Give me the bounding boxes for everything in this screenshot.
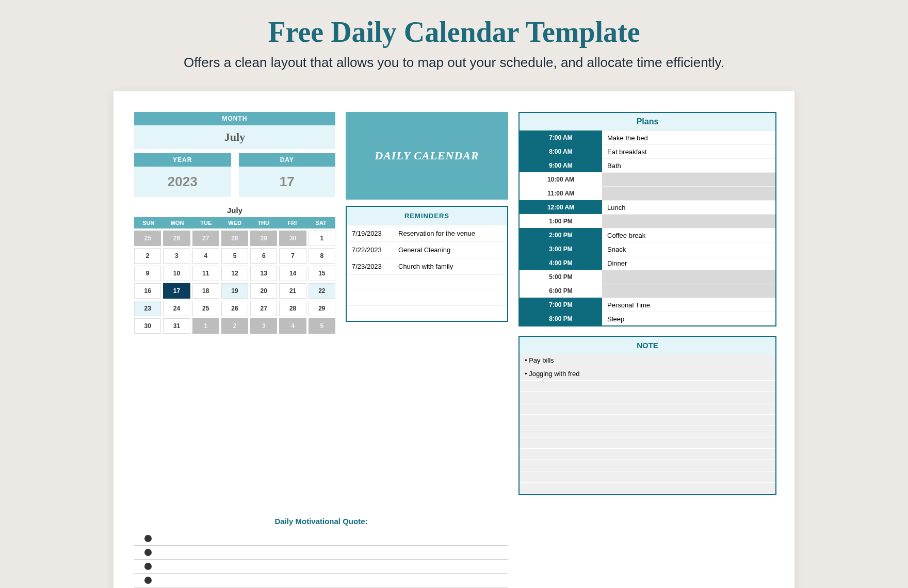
plans-heading: Plans — [520, 113, 775, 130]
quote-line[interactable] — [134, 532, 508, 546]
date-cell[interactable]: 2 — [134, 248, 161, 264]
day-value[interactable]: 17 — [239, 167, 336, 197]
date-cell[interactable]: 22 — [309, 283, 335, 299]
date-cell[interactable]: 26 — [163, 231, 190, 246]
plan-task: Lunch — [602, 200, 775, 214]
date-cell[interactable]: 11 — [192, 266, 219, 281]
template-document: MONTH July YEAR 2023 DAY 17 July SUNMONT… — [113, 91, 794, 588]
date-cell[interactable]: 26 — [221, 301, 248, 316]
reminder-empty-row[interactable] — [347, 274, 507, 290]
plan-task: Dinner — [602, 256, 775, 270]
bullet-icon — [144, 577, 152, 584]
plan-time: 3:00 PM — [520, 242, 602, 256]
date-cell[interactable]: 15 — [309, 266, 335, 281]
note-empty-line[interactable] — [520, 483, 775, 494]
note-empty-line[interactable] — [520, 381, 775, 392]
date-cell[interactable]: 29 — [309, 301, 335, 316]
quote-line[interactable] — [134, 546, 508, 560]
date-cell[interactable]: 12 — [221, 266, 248, 281]
plan-row[interactable]: 1:00 PM — [520, 214, 775, 228]
date-cell[interactable]: 9 — [134, 266, 161, 281]
note-item[interactable]: • Jogging with fred — [520, 367, 775, 381]
reminder-row[interactable]: 7/22/2023General Cleaning — [347, 241, 507, 258]
date-cell[interactable]: 20 — [250, 283, 277, 299]
date-cell[interactable]: 23 — [134, 301, 161, 316]
date-cell[interactable]: 18 — [192, 283, 219, 299]
plan-row[interactable]: 2:00 PMCoffee break — [520, 228, 775, 242]
dow-cell: WED — [220, 217, 249, 228]
date-cell[interactable]: 14 — [279, 266, 306, 281]
plan-row[interactable]: 8:00 AMEat breakfast — [520, 144, 775, 158]
reminder-empty-row[interactable] — [347, 290, 507, 305]
plan-time: 7:00 PM — [520, 298, 602, 312]
note-empty-line[interactable] — [520, 449, 775, 460]
date-cell[interactable]: 5 — [309, 318, 335, 334]
plan-row[interactable]: 6:00 PM — [520, 284, 775, 298]
date-cell[interactable]: 28 — [221, 231, 248, 246]
date-cell[interactable]: 5 — [221, 248, 248, 264]
plan-row[interactable]: 7:00 PMPersonal Time — [520, 298, 775, 312]
date-cell[interactable]: 24 — [163, 301, 190, 316]
date-cell[interactable]: 17 — [163, 283, 190, 299]
date-cell[interactable]: 16 — [134, 283, 161, 299]
month-value[interactable]: July — [134, 125, 335, 149]
middle-column: DAILY CALENDAR REMINDERS 7/19/2023Reserv… — [346, 112, 508, 495]
note-empty-line[interactable] — [520, 471, 775, 483]
plan-row[interactable]: 5:00 PM — [520, 270, 775, 284]
date-cell[interactable]: 25 — [192, 301, 219, 316]
date-cell[interactable]: 1 — [192, 318, 219, 334]
date-cell[interactable]: 31 — [163, 318, 190, 334]
plan-row[interactable]: 4:00 PMDinner — [520, 256, 775, 270]
date-cell[interactable]: 2 — [221, 318, 248, 334]
date-cell[interactable]: 4 — [192, 248, 219, 264]
reminder-empty-row[interactable] — [347, 305, 507, 321]
date-cell[interactable]: 7 — [279, 248, 306, 264]
reminders-panel: REMINDERS 7/19/2023Reservation for the v… — [346, 206, 508, 322]
date-cell[interactable]: 27 — [250, 301, 277, 316]
month-label: MONTH — [134, 112, 335, 125]
date-cell[interactable]: 13 — [250, 266, 277, 281]
year-value[interactable]: 2023 — [134, 167, 231, 197]
reminder-row[interactable]: 7/23/2023Church with family — [347, 258, 507, 274]
plan-row[interactable]: 9:00 AMBath — [520, 158, 775, 172]
mini-calendar: July SUNMONTUEWEDTHUFRISAT 2526272829301… — [134, 203, 335, 334]
note-empty-line[interactable] — [520, 426, 775, 437]
plan-row[interactable]: 8:00 PMSleep — [520, 312, 775, 325]
note-item[interactable]: • Pay bills — [520, 354, 775, 367]
date-cell[interactable]: 28 — [279, 301, 306, 316]
plan-row[interactable]: 10:00 AM — [520, 172, 775, 186]
note-empty-line[interactable] — [520, 460, 775, 471]
date-cell[interactable]: 3 — [163, 248, 190, 264]
note-empty-line[interactable] — [520, 437, 775, 449]
note-empty-line[interactable] — [520, 403, 775, 415]
quote-line[interactable] — [134, 560, 508, 574]
date-cell[interactable]: 29 — [250, 231, 277, 246]
date-cell[interactable]: 27 — [192, 231, 219, 246]
date-cell[interactable]: 19 — [221, 283, 248, 299]
reminder-date: 7/19/2023 — [352, 230, 398, 237]
quote-line[interactable] — [134, 574, 508, 587]
plan-task — [602, 270, 775, 284]
reminder-row[interactable]: 7/19/2023Reservation for the venue — [347, 225, 507, 241]
date-cell[interactable]: 6 — [250, 248, 277, 264]
date-cell[interactable]: 10 — [163, 266, 190, 281]
date-cell[interactable]: 3 — [250, 318, 277, 334]
note-empty-line[interactable] — [520, 392, 775, 403]
plan-row[interactable]: 7:00 AMMake the bed — [520, 130, 775, 144]
plan-task: Make the bed — [602, 130, 775, 144]
reminder-text: Reservation for the venue — [398, 230, 475, 237]
plan-row[interactable]: 3:00 PMSnack — [520, 242, 775, 256]
date-cell[interactable]: 4 — [279, 318, 306, 334]
date-cell[interactable]: 25 — [134, 231, 161, 246]
date-cell[interactable]: 1 — [309, 231, 335, 246]
plan-row[interactable]: 12:00 AMLunch — [520, 200, 775, 214]
date-cell[interactable]: 8 — [309, 248, 335, 264]
plan-row[interactable]: 11:00 AM — [520, 186, 775, 200]
year-label: YEAR — [134, 153, 231, 167]
date-cell[interactable]: 30 — [134, 318, 161, 334]
plans-panel: Plans 7:00 AMMake the bed8:00 AMEat brea… — [518, 112, 776, 326]
date-cell[interactable]: 30 — [279, 231, 306, 246]
day-label: DAY — [239, 153, 336, 167]
note-empty-line[interactable] — [520, 415, 775, 426]
date-cell[interactable]: 21 — [279, 283, 306, 299]
